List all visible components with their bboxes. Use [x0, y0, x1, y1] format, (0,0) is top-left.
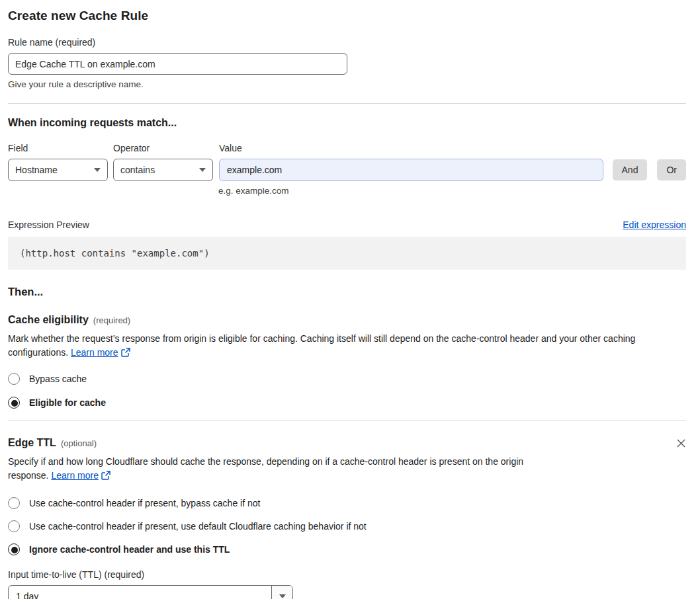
cache-eligibility-description: Mark whether the request’s response from…: [8, 332, 676, 361]
rule-name-help: Give your rule a descriptive name.: [8, 79, 686, 89]
cache-eligibility-qualifier: (required): [93, 315, 130, 325]
edge-ttl-options: Use cache-control header if present, byp…: [8, 497, 686, 555]
radio-icon: [8, 497, 20, 509]
radio-ignore-header-ttl[interactable]: Ignore cache-control header and use this…: [8, 543, 686, 555]
edge-ttl-description: Specify if and how long Cloudflare shoul…: [8, 455, 564, 484]
radio-label: Use cache-control header if present, use…: [29, 521, 367, 532]
radio-label: Use cache-control header if present, byp…: [29, 498, 260, 508]
radio-use-header-default[interactable]: Use cache-control header if present, use…: [8, 520, 686, 532]
expression-preview-label: Expression Preview: [8, 220, 89, 230]
condition-column-labels: Field Operator Value: [8, 143, 686, 153]
chevron-down-icon: [199, 168, 206, 172]
match-heading: When incoming requests match...: [8, 117, 686, 129]
external-link-icon: [101, 470, 110, 484]
external-link-icon: [121, 347, 130, 361]
field-select[interactable]: Hostname: [8, 159, 108, 181]
radio-icon: [8, 373, 20, 385]
cache-eligibility-title: Cache eligibility: [8, 314, 89, 326]
cache-eligibility-header: Cache eligibility (required): [8, 314, 686, 326]
section-divider: [8, 420, 686, 421]
page-title: Create new Cache Rule: [8, 9, 686, 23]
ttl-input-label: Input time-to-live (TTL) (required): [8, 569, 686, 580]
edge-ttl-qualifier: (optional): [61, 438, 97, 448]
close-icon[interactable]: [676, 438, 686, 448]
edge-ttl-header: Edge TTL (optional): [8, 437, 686, 449]
radio-label: Eligible for cache: [29, 397, 106, 408]
radio-icon: [8, 543, 20, 555]
or-button[interactable]: Or: [657, 159, 686, 180]
edit-expression-link[interactable]: Edit expression: [623, 220, 686, 230]
rule-name-label: Rule name (required): [8, 37, 686, 48]
edge-ttl-learn-more-link[interactable]: Learn more: [51, 470, 99, 481]
field-column-label: Field: [8, 143, 113, 153]
chevron-down-icon: [94, 168, 101, 172]
operator-select[interactable]: contains: [113, 159, 213, 181]
value-column-label: Value: [219, 143, 242, 153]
expression-code-block: (http.host contains "example.com"): [8, 237, 686, 270]
and-button[interactable]: And: [613, 159, 648, 180]
radio-icon: [8, 520, 20, 532]
value-input[interactable]: [219, 159, 603, 181]
radio-bypass-cache[interactable]: Bypass cache: [8, 373, 686, 385]
condition-row: Hostname contains And Or: [8, 159, 686, 181]
radio-use-header-bypass[interactable]: Use cache-control header if present, byp…: [8, 497, 686, 509]
ttl-select-arrow-button[interactable]: [271, 586, 292, 599]
operator-column-label: Operator: [113, 143, 219, 153]
create-cache-rule-form: Create new Cache Rule Rule name (require…: [0, 0, 700, 599]
chevron-down-icon: [279, 594, 286, 598]
ttl-select[interactable]: 1 day: [8, 585, 293, 599]
radio-eligible-for-cache[interactable]: Eligible for cache: [8, 397, 686, 409]
then-heading: Then...: [8, 286, 686, 298]
radio-label: Ignore cache-control header and use this…: [29, 544, 230, 555]
operator-select-value: contains: [120, 165, 155, 175]
ttl-select-value: 1 day: [9, 586, 271, 599]
value-help-text: e.g. example.com: [218, 186, 686, 196]
cache-eligibility-options: Bypass cache Eligible for cache: [8, 373, 686, 409]
field-select-value: Hostname: [15, 165, 58, 175]
radio-icon: [8, 397, 20, 409]
section-divider: [8, 103, 686, 104]
rule-name-input[interactable]: [8, 53, 347, 75]
cache-eligibility-learn-more-link[interactable]: Learn more: [71, 347, 118, 358]
edge-ttl-title: Edge TTL: [8, 437, 56, 449]
radio-label: Bypass cache: [29, 374, 87, 384]
expression-header: Expression Preview Edit expression: [8, 220, 686, 230]
